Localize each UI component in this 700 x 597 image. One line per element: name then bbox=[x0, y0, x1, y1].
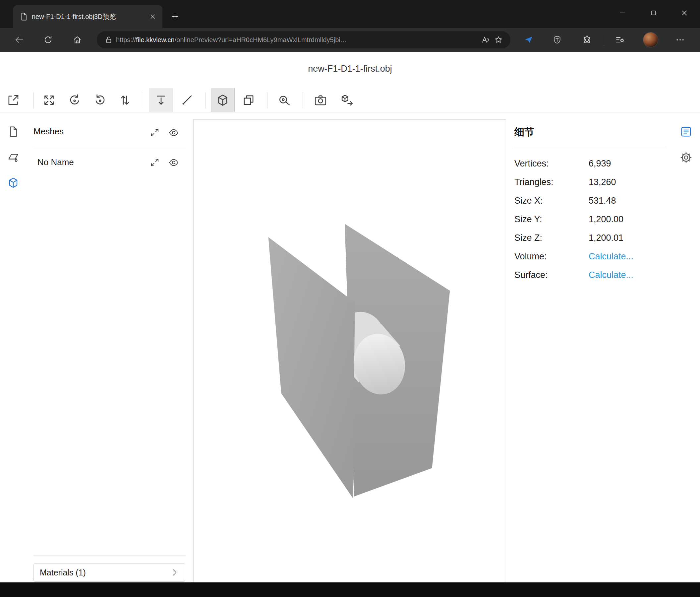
detail-label: Size Z: bbox=[515, 233, 542, 243]
detail-row-triangles: Triangles: 13,260 bbox=[515, 177, 667, 189]
details-panel-header: 细节 bbox=[515, 125, 534, 139]
detail-label: Triangles: bbox=[515, 177, 553, 187]
window-maximize-button[interactable] bbox=[644, 3, 663, 23]
tab-favicon-page-icon bbox=[19, 12, 28, 21]
calculate-surface-link[interactable]: Calculate... bbox=[589, 270, 633, 280]
viewer-toolbar bbox=[0, 88, 700, 112]
extensions-puzzle-icon[interactable] bbox=[578, 31, 596, 48]
favorites-hub-icon[interactable] bbox=[611, 31, 628, 48]
titlebar: new-F1-D1-1-first.obj3D预览 bbox=[0, 0, 700, 28]
read-aloud-button[interactable] bbox=[479, 33, 492, 46]
detail-row-surface: Surface: Calculate... bbox=[515, 270, 667, 282]
lock-icon bbox=[104, 35, 114, 44]
address-bar[interactable]: https://file.kkview.cn/onlinePreview?url… bbox=[97, 31, 510, 48]
detail-value: 531.48 bbox=[589, 196, 616, 206]
detail-value: 13,260 bbox=[589, 177, 616, 187]
meshes-divider bbox=[33, 147, 185, 147]
detail-row-size-z: Size Z: 1,200.01 bbox=[515, 233, 667, 245]
mesh-list-item[interactable]: No Name bbox=[38, 157, 74, 167]
toolbar-divider bbox=[0, 112, 700, 113]
open-model-button[interactable] bbox=[1, 88, 25, 112]
toolbar-separator bbox=[33, 92, 34, 108]
measure-tape-button[interactable] bbox=[272, 88, 296, 112]
window-close-button[interactable] bbox=[675, 3, 694, 23]
rotate-left-button[interactable] bbox=[62, 88, 86, 112]
browser-window: new-F1-D1-1-first.obj3D预览 bbox=[0, 0, 700, 597]
detail-row-volume: Volume: Calculate... bbox=[515, 252, 667, 263]
navigation-bar: https://file.kkview.cn/onlinePreview?url… bbox=[0, 28, 700, 52]
extension-shield-icon[interactable] bbox=[549, 31, 566, 48]
details-divider bbox=[514, 146, 666, 146]
perspective-view-button[interactable] bbox=[211, 88, 235, 112]
tab-title: new-F1-D1-1-first.obj3D预览 bbox=[32, 12, 145, 21]
left-plane bbox=[269, 237, 355, 498]
page-title: new-F1-D1-1-first.obj bbox=[0, 64, 700, 74]
mesh-fit-view-icon[interactable] bbox=[149, 157, 160, 168]
rotate-right-button[interactable] bbox=[88, 88, 112, 112]
file-info-rail-icon[interactable] bbox=[6, 124, 21, 139]
favorite-star-button[interactable] bbox=[492, 33, 505, 46]
line-measure-tool-button[interactable] bbox=[175, 88, 199, 112]
detail-label: Size X: bbox=[515, 196, 543, 206]
toolbar-separator bbox=[303, 92, 303, 108]
bottom-bar bbox=[0, 582, 700, 597]
profile-avatar[interactable] bbox=[643, 32, 658, 47]
meshes-fit-view-icon[interactable] bbox=[149, 127, 160, 138]
orthographic-view-button[interactable] bbox=[236, 88, 260, 112]
detail-row-size-x: Size X: 531.48 bbox=[515, 196, 667, 208]
model-render bbox=[194, 120, 506, 582]
materials-label: Materials (1) bbox=[40, 568, 170, 577]
detail-value: 1,200.00 bbox=[589, 214, 623, 224]
tab-close-icon[interactable] bbox=[148, 11, 158, 22]
detail-label: Size Y: bbox=[515, 214, 542, 224]
mesh-visibility-eye-icon[interactable] bbox=[168, 157, 179, 168]
fullscreen-button[interactable] bbox=[37, 88, 61, 112]
meshes-panel-header: Meshes bbox=[33, 126, 64, 137]
back-button[interactable] bbox=[10, 31, 28, 48]
detail-value: 1,200.01 bbox=[589, 233, 623, 243]
screenshot-camera-button[interactable] bbox=[308, 88, 332, 112]
materials-button[interactable]: Materials (1) bbox=[33, 563, 185, 582]
detail-row-size-y: Size Y: 1,200.00 bbox=[515, 214, 667, 226]
settings-gear-icon[interactable] bbox=[679, 150, 693, 165]
nav-separator bbox=[604, 34, 604, 46]
extension-blue-icon[interactable] bbox=[520, 31, 537, 48]
export-model-button[interactable] bbox=[335, 88, 359, 112]
model-viewport[interactable] bbox=[193, 119, 506, 582]
materials-rail-icon[interactable] bbox=[6, 150, 21, 165]
detail-label: Vertices: bbox=[515, 159, 549, 169]
move-tool-button[interactable] bbox=[149, 88, 173, 112]
detail-label: Volume: bbox=[515, 252, 547, 262]
toolbar-separator bbox=[143, 92, 143, 108]
model-cube-rail-icon[interactable] bbox=[6, 175, 21, 190]
settings-menu-icon[interactable] bbox=[672, 31, 689, 48]
window-minimize-button[interactable] bbox=[613, 3, 632, 23]
calculate-volume-link[interactable]: Calculate... bbox=[589, 252, 633, 262]
materials-divider bbox=[33, 555, 185, 556]
toolbar-separator bbox=[267, 92, 268, 108]
details-list-rail-icon[interactable] bbox=[679, 124, 693, 139]
toolbar-separator bbox=[205, 92, 206, 108]
flip-vertical-button[interactable] bbox=[113, 88, 137, 112]
detail-value: 6,939 bbox=[589, 159, 611, 169]
url-text: https://file.kkview.cn/onlinePreview?url… bbox=[116, 36, 479, 44]
home-button[interactable] bbox=[69, 31, 86, 48]
browser-tab[interactable]: new-F1-D1-1-first.obj3D预览 bbox=[13, 5, 162, 28]
detail-row-vertices: Vertices: 6,939 bbox=[515, 159, 667, 170]
new-tab-button[interactable] bbox=[168, 10, 182, 23]
refresh-button[interactable] bbox=[40, 31, 57, 48]
chevron-right-icon bbox=[170, 568, 179, 577]
detail-label: Surface: bbox=[515, 270, 548, 280]
meshes-visibility-eye-icon[interactable] bbox=[168, 127, 179, 138]
